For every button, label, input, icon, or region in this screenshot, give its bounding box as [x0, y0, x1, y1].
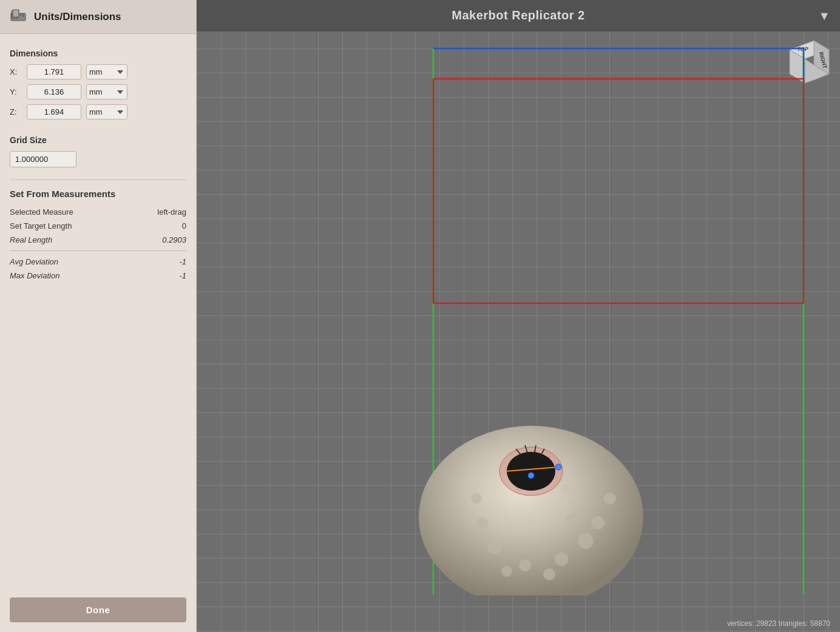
status-bar: vertices: 29823 triangles: 58870: [197, 615, 840, 632]
y-label: Y:: [10, 87, 22, 96]
real-length-label: Real Length: [10, 235, 52, 244]
grid-size-section: Grid Size: [10, 129, 186, 167]
grid-size-input[interactable]: [10, 151, 76, 167]
grid-size-label: Grid Size: [10, 135, 186, 145]
ruler-icon: [8, 7, 28, 27]
set-target-label: Set Target Length: [10, 221, 72, 230]
set-target-value: 0: [182, 221, 186, 230]
selected-measure-value: left-drag: [157, 207, 186, 217]
y-unit-select[interactable]: mmcmin: [86, 84, 127, 99]
z-dimension-row: Z: mmcmin: [10, 104, 186, 119]
avg-deviation-label: Avg Deviation: [10, 257, 58, 266]
printer-dropdown-arrow[interactable]: ▼: [818, 8, 830, 22]
printer-title: Makerbot Replicator 2: [452, 8, 584, 22]
top-bar: Makerbot Replicator 2 ▼: [197, 0, 840, 32]
max-deviation-value: -1: [179, 271, 186, 280]
max-deviation-label: Max Deviation: [10, 271, 59, 280]
y-input[interactable]: [27, 84, 81, 99]
left-panel: Units/Dimensions Dimensions X: mmcmin Y:…: [0, 0, 197, 632]
svg-rect-7: [13, 10, 19, 17]
x-unit-select[interactable]: mmcmin: [86, 64, 127, 79]
selected-measure-row: Selected Measure left-drag: [10, 207, 186, 217]
y-dimension-row: Y: mmcmin: [10, 84, 186, 99]
x-input[interactable]: [27, 64, 81, 79]
max-deviation-row: Max Deviation -1: [10, 271, 186, 280]
z-label: Z:: [10, 107, 22, 116]
real-length-row: Real Length 0.2903: [10, 235, 186, 244]
set-from-title: Set From Measurements: [10, 189, 186, 199]
avg-deviation-row: Avg Deviation -1: [10, 257, 186, 266]
selected-measure-label: Selected Measure: [10, 207, 73, 217]
real-length-value: 0.2903: [162, 235, 186, 244]
panel-header: Units/Dimensions: [0, 0, 196, 34]
divider: [10, 250, 186, 251]
viewport-background: [197, 0, 840, 632]
panel-body: Dimensions X: mmcmin Y: mmcmin Z: mmcmin…: [0, 34, 196, 585]
z-unit-select[interactable]: mmcmin: [86, 104, 127, 119]
vertex-info: vertices: 29823 triangles: 58870: [727, 619, 830, 628]
nav-cube-svg: TOP RIGHT: [781, 38, 835, 92]
set-from-section: Set From Measurements Selected Measure l…: [10, 180, 186, 285]
svg-text:TOP: TOP: [797, 46, 809, 52]
x-label: X:: [10, 67, 22, 76]
set-target-row: Set Target Length 0: [10, 221, 186, 230]
avg-deviation-value: -1: [179, 257, 186, 266]
z-input[interactable]: [27, 104, 81, 119]
done-button[interactable]: Done: [10, 597, 186, 622]
viewport: Makerbot Replicator 2 ▼ TOP RIGHT: [197, 0, 840, 632]
dimensions-label: Dimensions: [10, 49, 186, 58]
x-dimension-row: X: mmcmin: [10, 64, 186, 79]
panel-title: Units/Dimensions: [34, 11, 121, 23]
nav-cube[interactable]: TOP RIGHT: [781, 38, 829, 86]
